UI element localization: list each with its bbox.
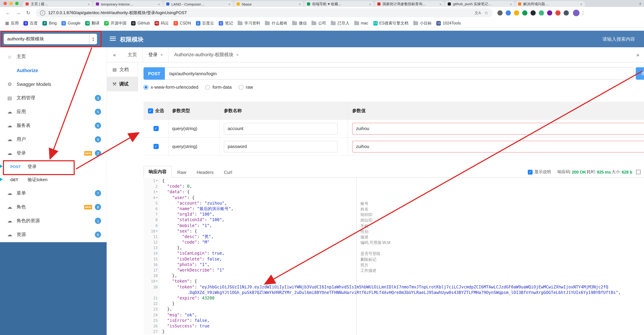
chrome-icon[interactable] [506, 10, 511, 15]
response-tab-Headers[interactable]: Headers [192, 167, 218, 177]
tab-close-icon[interactable]: × [88, 2, 90, 6]
fold-icon[interactable]: ▾ [156, 189, 158, 195]
sidebar-item-登录[interactable]: ☁登录NEW2 [0, 146, 106, 160]
tab-close-icon[interactable]: × [510, 2, 512, 6]
sidebar-item-资源[interactable]: ☁资源6 [0, 228, 106, 242]
radio-icon[interactable] [205, 85, 210, 90]
menu-toggle-icon[interactable] [110, 36, 116, 41]
param-name-input[interactable]: password [224, 140, 338, 152]
show-description-checkbox[interactable]: ✓ [528, 170, 532, 174]
forward-icon[interactable]: → [16, 10, 21, 16]
expand-tabs-icon[interactable]: » [632, 52, 644, 58]
content-type-option[interactable]: x-www-form-urlencoded [144, 84, 198, 90]
reload-icon[interactable]: ↻ [26, 10, 30, 16]
new-tab-button[interactable]: + [636, 1, 644, 7]
row-checkbox[interactable]: ✓ [153, 126, 158, 131]
doc-tab-登录[interactable]: 登录× [142, 47, 169, 62]
fullscreen-icon[interactable] [636, 170, 640, 174]
screenshot-extension-icon[interactable] [497, 10, 502, 15]
browser-tab[interactable]: github_push 实操笔记…× [445, 1, 515, 7]
param-value-input[interactable]: zuihou [352, 123, 644, 134]
bookmark-item[interactable]: 学习资料 [236, 20, 263, 27]
bookmark-item[interactable]: 开开源中国 [102, 20, 129, 27]
sidebar-item-Authorize[interactable]: Authorize [0, 64, 106, 77]
tab-close-icon[interactable]: × [369, 2, 371, 6]
bookmark-item[interactable]: GGitHub [129, 20, 152, 26]
translate-extension-icon[interactable] [522, 10, 527, 15]
bookmark-item[interactable]: 什么都有 [263, 20, 290, 27]
fold-icon[interactable]: ▾ [156, 178, 158, 184]
proxy-extension-icon[interactable] [547, 10, 552, 15]
json-viewer-extension-icon[interactable] [514, 10, 519, 15]
page-info-icon[interactable]: i [40, 10, 45, 15]
tab-document[interactable]: ▤ 文档 [107, 62, 138, 77]
back-icon[interactable]: ← [6, 10, 10, 16]
response-editor[interactable]: 1▾{2 "code": 0,3▾ "data": {4▾ "user": {5… [144, 178, 644, 335]
param-name-input[interactable]: account [224, 123, 338, 134]
tab-debug[interactable]: ⚒ 调试 [107, 77, 138, 92]
window-minimize-icon[interactable] [9, 2, 13, 5]
send-button[interactable]: 发送 [636, 67, 644, 80]
sidebar-item-菜单[interactable]: ☁菜单7 [0, 186, 106, 200]
tab-close-icon[interactable]: × [580, 2, 582, 6]
sidebar-item-文档管理[interactable]: ▤文档管理3 [0, 91, 106, 105]
doc-tab-主页[interactable]: 主页 [122, 47, 142, 62]
bookmark-item[interactable]: 百百度 [21, 20, 40, 27]
fold-icon[interactable]: ▾ [156, 278, 158, 284]
radio-icon[interactable] [238, 85, 243, 90]
browser-tab[interactable]: LAND - Composer…× [164, 1, 233, 7]
fold-icon[interactable]: ▾ [156, 228, 158, 234]
bookmark-item[interactable]: 微信 [290, 20, 309, 27]
browser-menu-icon[interactable]: ⋮ [581, 10, 585, 15]
bookmark-item[interactable]: GGoogle [59, 20, 83, 26]
window-zoom-icon[interactable] [15, 2, 19, 5]
collapse-sidebar-icon[interactable]: « [107, 52, 122, 58]
bookmark-item[interactable]: 小目标 [411, 20, 434, 27]
content-type-option[interactable]: form-data [205, 84, 232, 90]
browser-tab[interactable]: temporary-Interior…× [93, 1, 163, 7]
bookmark-item[interactable]: 101024Tools [434, 20, 463, 26]
profile-avatar[interactable] [573, 10, 579, 16]
url-text[interactable]: 127.0.0.1:8760/api/gate/doc.html#/author… [48, 10, 471, 16]
bookmark-item[interactable]: 公司 [309, 20, 328, 27]
bookmark-item[interactable]: mac [352, 20, 371, 26]
response-tab-Curl[interactable]: Curl [219, 167, 237, 177]
select-all-checkbox[interactable]: ✓ [148, 108, 153, 113]
tab-close-icon[interactable]: × [440, 2, 442, 6]
fold-icon[interactable]: ▾ [156, 195, 158, 200]
response-tab-Raw[interactable]: Raw [172, 167, 191, 177]
browser-tab[interactable]: 主页 | 建…× [23, 1, 92, 7]
bookmark-item[interactable]: 已导入 [328, 20, 352, 27]
dark-reader-extension-icon[interactable] [564, 10, 569, 15]
bookmark-item[interactable]: 云百度云 [194, 20, 216, 27]
search-input[interactable]: 请输入搜索内容 [602, 36, 635, 42]
browser-tab[interactable]: 国家统计局参数指标查询…× [374, 1, 444, 7]
sidebar-item-Swagger Models[interactable]: ⚙Swagger Models [0, 77, 106, 91]
param-value-input[interactable]: zuihou [352, 140, 644, 152]
sidebar-item-post-登录[interactable]: POST登录 [0, 160, 106, 173]
bookmark-item[interactable]: BBing [40, 20, 59, 26]
bookmark-item[interactable]: ▦应用 [3, 20, 21, 27]
content-type-option[interactable]: raw [238, 84, 253, 90]
browser-tab[interactable]: 解决跨域问题…× [515, 1, 585, 7]
endpoint-path[interactable]: /api/authority/anno/login [165, 67, 634, 80]
bookmark-star-icon[interactable]: ☆ [484, 10, 488, 15]
doc-tab-Authorize-authority-权限模块[interactable]: Authorize-authority-权限模块× [169, 47, 244, 62]
browser-tab[interactable]: 前端导航 ♥ 收藏…× [304, 1, 374, 7]
response-tab-响应内容[interactable]: 响应内容 [144, 166, 172, 178]
tab-close-icon[interactable]: × [299, 2, 301, 6]
translate-icon[interactable]: 文A [474, 10, 481, 15]
sidebar-item-角色的资源[interactable]: ☁角色的资源1 [0, 214, 106, 228]
window-close-icon[interactable] [4, 2, 7, 5]
tab-close-icon[interactable]: × [158, 2, 160, 6]
bookmark-item[interactable]: 译翻译 [83, 20, 102, 27]
vue-devtools-extension-icon[interactable] [538, 10, 544, 15]
notes-extension-icon[interactable] [555, 10, 560, 15]
bookmark-item[interactable]: 记笔记 [216, 20, 236, 27]
bookmark-item[interactable]: ESES搜索引擎文档 [371, 20, 411, 27]
omnibox[interactable]: i 127.0.0.1:8760/api/gate/doc.html#/auth… [36, 8, 492, 17]
sidebar-item-get-验证token[interactable]: GET验证token [0, 173, 106, 186]
module-select[interactable]: authority-权限模块 ▲▼ [4, 34, 97, 44]
browser-tab[interactable]: hbase× [234, 1, 304, 7]
sidebar-item-服务表[interactable]: ☁服务表6 [0, 119, 106, 132]
